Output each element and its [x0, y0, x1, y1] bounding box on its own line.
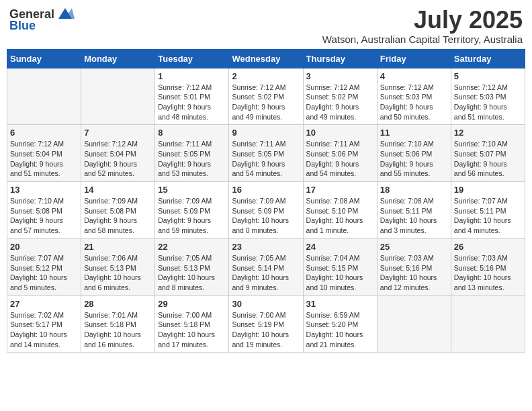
day-number: 19 [454, 185, 522, 195]
col-header-monday: Monday [81, 49, 155, 68]
calendar-cell: 29Sunrise: 7:00 AM Sunset: 5:18 PM Dayli… [155, 295, 229, 353]
day-number: 29 [158, 299, 226, 309]
cell-info: Sunrise: 7:11 AM Sunset: 5:05 PM Dayligh… [158, 139, 226, 179]
calendar-cell: 24Sunrise: 7:04 AM Sunset: 5:15 PM Dayli… [303, 238, 377, 295]
cell-info: Sunrise: 7:10 AM Sunset: 5:07 PM Dayligh… [454, 139, 522, 179]
cell-info: Sunrise: 7:08 AM Sunset: 5:10 PM Dayligh… [306, 196, 374, 236]
day-number: 18 [380, 185, 448, 195]
week-row-4: 20Sunrise: 7:07 AM Sunset: 5:12 PM Dayli… [7, 238, 525, 295]
cell-info: Sunrise: 7:03 AM Sunset: 5:16 PM Dayligh… [454, 253, 522, 293]
col-header-sunday: Sunday [7, 49, 81, 68]
calendar-cell: 5Sunrise: 7:12 AM Sunset: 5:03 PM Daylig… [451, 68, 525, 125]
calendar-cell: 26Sunrise: 7:03 AM Sunset: 5:16 PM Dayli… [451, 238, 525, 295]
day-number: 22 [158, 242, 226, 252]
day-number: 21 [84, 242, 152, 252]
day-number: 2 [232, 71, 300, 81]
day-number: 11 [380, 128, 448, 138]
calendar-cell: 27Sunrise: 7:02 AM Sunset: 5:17 PM Dayli… [7, 295, 81, 353]
day-number: 1 [158, 71, 226, 81]
calendar-cell: 21Sunrise: 7:06 AM Sunset: 5:13 PM Dayli… [81, 238, 155, 295]
cell-info: Sunrise: 7:07 AM Sunset: 5:12 PM Dayligh… [10, 253, 78, 293]
calendar-cell: 3Sunrise: 7:12 AM Sunset: 5:02 PM Daylig… [303, 68, 377, 125]
day-number: 8 [158, 128, 226, 138]
cell-info: Sunrise: 7:08 AM Sunset: 5:11 PM Dayligh… [380, 196, 448, 236]
cell-info: Sunrise: 6:59 AM Sunset: 5:20 PM Dayligh… [306, 310, 374, 350]
cell-info: Sunrise: 7:10 AM Sunset: 5:06 PM Dayligh… [380, 139, 448, 179]
calendar-cell: 31Sunrise: 6:59 AM Sunset: 5:20 PM Dayli… [303, 295, 377, 353]
calendar-cell: 16Sunrise: 7:09 AM Sunset: 5:09 PM Dayli… [229, 182, 303, 239]
month-title: July 2025 [322, 7, 523, 34]
cell-info: Sunrise: 7:11 AM Sunset: 5:06 PM Dayligh… [306, 139, 374, 179]
calendar-cell: 12Sunrise: 7:10 AM Sunset: 5:07 PM Dayli… [451, 125, 525, 182]
calendar-cell: 28Sunrise: 7:01 AM Sunset: 5:18 PM Dayli… [81, 295, 155, 353]
day-number: 24 [306, 242, 374, 252]
calendar-cell: 18Sunrise: 7:08 AM Sunset: 5:11 PM Dayli… [377, 182, 451, 239]
cell-info: Sunrise: 7:11 AM Sunset: 5:05 PM Dayligh… [232, 139, 300, 179]
day-number: 30 [232, 299, 300, 309]
cell-info: Sunrise: 7:01 AM Sunset: 5:18 PM Dayligh… [84, 310, 152, 350]
calendar-cell: 2Sunrise: 7:12 AM Sunset: 5:02 PM Daylig… [229, 68, 303, 125]
title-block: July 2025 Watson, Australian Capital Ter… [322, 7, 523, 45]
calendar-table: SundayMondayTuesdayWednesdayThursdayFrid… [7, 49, 525, 353]
calendar-cell: 23Sunrise: 7:05 AM Sunset: 5:14 PM Dayli… [229, 238, 303, 295]
cell-info: Sunrise: 7:05 AM Sunset: 5:14 PM Dayligh… [232, 253, 300, 293]
day-number: 28 [84, 299, 152, 309]
calendar-cell: 22Sunrise: 7:05 AM Sunset: 5:13 PM Dayli… [155, 238, 229, 295]
col-header-thursday: Thursday [303, 49, 377, 68]
day-number: 3 [306, 71, 374, 81]
cell-info: Sunrise: 7:00 AM Sunset: 5:19 PM Dayligh… [232, 310, 300, 350]
cell-info: Sunrise: 7:12 AM Sunset: 5:03 PM Dayligh… [454, 83, 522, 122]
calendar-cell: 8Sunrise: 7:11 AM Sunset: 5:05 PM Daylig… [155, 125, 229, 182]
cell-info: Sunrise: 7:12 AM Sunset: 5:02 PM Dayligh… [232, 83, 300, 122]
day-number: 9 [232, 128, 300, 138]
page-header: General Blue July 2025 Watson, Australia… [7, 7, 525, 45]
cell-info: Sunrise: 7:03 AM Sunset: 5:16 PM Dayligh… [380, 253, 448, 293]
day-number: 25 [380, 242, 448, 252]
day-number: 5 [454, 71, 522, 81]
day-number: 31 [306, 299, 374, 309]
day-number: 20 [10, 242, 78, 252]
calendar-cell [377, 295, 451, 353]
day-number: 10 [306, 128, 374, 138]
cell-info: Sunrise: 7:12 AM Sunset: 5:01 PM Dayligh… [158, 83, 226, 122]
calendar-cell: 30Sunrise: 7:00 AM Sunset: 5:19 PM Dayli… [229, 295, 303, 353]
cell-info: Sunrise: 7:09 AM Sunset: 5:09 PM Dayligh… [158, 196, 226, 236]
logo: General Blue [9, 7, 75, 33]
day-number: 13 [10, 185, 78, 195]
logo-blue-text: Blue [9, 19, 36, 33]
day-number: 23 [232, 242, 300, 252]
week-row-1: 1Sunrise: 7:12 AM Sunset: 5:01 PM Daylig… [7, 68, 525, 125]
calendar-cell: 15Sunrise: 7:09 AM Sunset: 5:09 PM Dayli… [155, 182, 229, 239]
location-title: Watson, Australian Capital Territory, Au… [322, 34, 523, 45]
calendar-cell: 11Sunrise: 7:10 AM Sunset: 5:06 PM Dayli… [377, 125, 451, 182]
cell-info: Sunrise: 7:09 AM Sunset: 5:08 PM Dayligh… [84, 196, 152, 236]
calendar-cell [81, 68, 155, 125]
day-number: 4 [380, 71, 448, 81]
cell-info: Sunrise: 7:09 AM Sunset: 5:09 PM Dayligh… [232, 196, 300, 236]
col-header-wednesday: Wednesday [229, 49, 303, 68]
week-row-5: 27Sunrise: 7:02 AM Sunset: 5:17 PM Dayli… [7, 295, 525, 353]
cell-info: Sunrise: 7:12 AM Sunset: 5:04 PM Dayligh… [10, 139, 78, 179]
col-header-friday: Friday [377, 49, 451, 68]
calendar-cell: 9Sunrise: 7:11 AM Sunset: 5:05 PM Daylig… [229, 125, 303, 182]
cell-info: Sunrise: 7:12 AM Sunset: 5:03 PM Dayligh… [380, 83, 448, 122]
calendar-cell [451, 295, 525, 353]
day-number: 16 [232, 185, 300, 195]
calendar-cell: 20Sunrise: 7:07 AM Sunset: 5:12 PM Dayli… [7, 238, 81, 295]
col-header-saturday: Saturday [451, 49, 525, 68]
cell-info: Sunrise: 7:05 AM Sunset: 5:13 PM Dayligh… [158, 253, 226, 293]
cell-info: Sunrise: 7:02 AM Sunset: 5:17 PM Dayligh… [10, 310, 78, 350]
cell-info: Sunrise: 7:12 AM Sunset: 5:04 PM Dayligh… [84, 139, 152, 179]
calendar-cell: 6Sunrise: 7:12 AM Sunset: 5:04 PM Daylig… [7, 125, 81, 182]
calendar-cell: 25Sunrise: 7:03 AM Sunset: 5:16 PM Dayli… [377, 238, 451, 295]
calendar-cell: 17Sunrise: 7:08 AM Sunset: 5:10 PM Dayli… [303, 182, 377, 239]
cell-info: Sunrise: 7:04 AM Sunset: 5:15 PM Dayligh… [306, 253, 374, 293]
calendar-cell: 7Sunrise: 7:12 AM Sunset: 5:04 PM Daylig… [81, 125, 155, 182]
calendar-cell: 19Sunrise: 7:07 AM Sunset: 5:11 PM Dayli… [451, 182, 525, 239]
cell-info: Sunrise: 7:10 AM Sunset: 5:08 PM Dayligh… [10, 196, 78, 236]
calendar-cell: 14Sunrise: 7:09 AM Sunset: 5:08 PM Dayli… [81, 182, 155, 239]
day-number: 7 [84, 128, 152, 138]
cell-info: Sunrise: 7:07 AM Sunset: 5:11 PM Dayligh… [454, 196, 522, 236]
day-number: 12 [454, 128, 522, 138]
cell-info: Sunrise: 7:12 AM Sunset: 5:02 PM Dayligh… [306, 83, 374, 122]
